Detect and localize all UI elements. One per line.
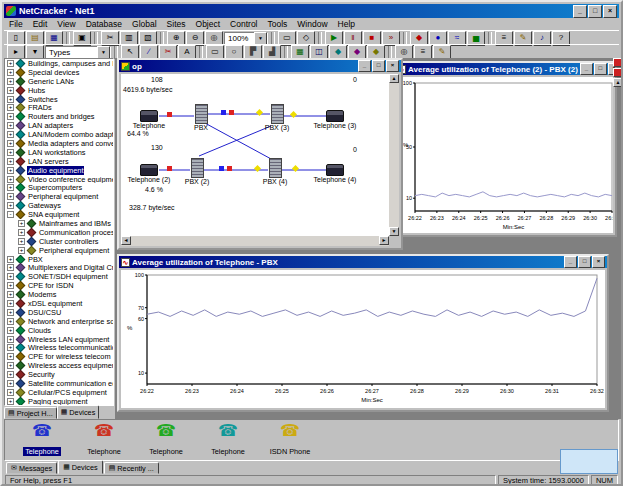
tree-item[interactable]: +Gateways xyxy=(5,201,113,210)
device-telephone-3[interactable]: Telephone (3) xyxy=(313,110,357,130)
menu-object[interactable]: Object xyxy=(191,19,226,29)
expand-icon[interactable]: + xyxy=(7,300,14,307)
tree-item[interactable]: +Buildings, campuses and LAN w xyxy=(5,59,113,68)
expand-icon[interactable]: + xyxy=(7,282,14,289)
tree-item[interactable]: -SNA equipment xyxy=(5,210,113,219)
menu-control[interactable]: Control xyxy=(225,19,262,29)
collapse-icon[interactable]: - xyxy=(7,211,14,218)
maximize-button[interactable]: □ xyxy=(372,60,385,72)
tree-item[interactable]: +Modems xyxy=(5,290,113,299)
minimize-button[interactable]: _ xyxy=(358,60,371,72)
tree-item[interactable]: +Mainframes and IBMs midr xyxy=(5,219,113,228)
expand-icon[interactable]: + xyxy=(7,176,14,183)
expand-icon[interactable]: + xyxy=(7,96,14,103)
device-pbx-2[interactable]: PBX (2) xyxy=(175,158,219,186)
tree-item[interactable]: +Audio equipment xyxy=(5,166,113,175)
bottom-tab-messages[interactable]: ✉Messages xyxy=(6,462,57,474)
tree-item[interactable]: +Media adapters and converter xyxy=(5,139,113,148)
minimize-button[interactable]: _ xyxy=(564,256,577,268)
zoom-dropdown[interactable]: 100%▼ xyxy=(224,32,268,45)
expand-icon[interactable]: + xyxy=(7,291,14,298)
expand-icon[interactable]: + xyxy=(7,104,14,111)
menu-window[interactable]: Window xyxy=(292,19,332,29)
expand-icon[interactable]: + xyxy=(18,247,25,254)
tree-item[interactable]: +Switches xyxy=(5,95,113,104)
bottom-tab-devices[interactable]: ▦Devices xyxy=(58,460,103,474)
minimize-button[interactable]: _ xyxy=(580,63,593,75)
chart-window-telephone2-pbx2[interactable]: ∿ Average utilization of Telephone (2) -… xyxy=(393,61,617,237)
tree-item[interactable]: +Video conference equipment xyxy=(5,175,113,184)
tree-item[interactable]: +CPE for wireless telecom xyxy=(5,352,113,361)
menu-file[interactable]: File xyxy=(4,19,28,29)
menu-database[interactable]: Database xyxy=(81,19,127,29)
expand-icon[interactable]: + xyxy=(7,140,14,147)
expand-icon[interactable]: + xyxy=(7,202,14,209)
tree-item[interactable]: +Special devices xyxy=(5,68,113,77)
expand-icon[interactable]: + xyxy=(7,309,14,316)
chevron-down-icon[interactable]: ▼ xyxy=(97,46,110,59)
expand-icon[interactable]: + xyxy=(7,264,14,271)
palette-item-telephone-1[interactable]: ☎Telephone xyxy=(79,422,129,458)
expand-icon[interactable]: + xyxy=(7,158,14,165)
expand-icon[interactable]: + xyxy=(7,371,14,378)
menu-sites[interactable]: Sites xyxy=(162,19,191,29)
tree-item[interactable]: +Supercomputers xyxy=(5,183,113,192)
tree-item[interactable]: +xDSL equipment xyxy=(5,299,113,308)
menu-view[interactable]: View xyxy=(52,19,80,29)
topology-canvas[interactable]: 108 4619.6 byte/sec 64.4 % 130 4.6 % 328… xyxy=(121,74,389,236)
tree-item[interactable]: +Communication processors xyxy=(5,228,113,237)
tree-item[interactable]: +Security xyxy=(5,370,113,379)
close-button[interactable]: × xyxy=(386,60,399,72)
menu-edit[interactable]: Edit xyxy=(28,19,53,29)
expand-icon[interactable]: + xyxy=(7,380,14,387)
minimize-button[interactable]: _ xyxy=(573,5,587,18)
device-telephone-2[interactable]: Telephone (2) xyxy=(127,164,171,184)
tree-item[interactable]: +Routers and bridges xyxy=(5,112,113,121)
expand-icon[interactable]: + xyxy=(7,336,14,343)
tree-item[interactable]: +Clouds xyxy=(5,326,113,335)
expand-icon[interactable]: + xyxy=(18,238,25,245)
expand-icon[interactable]: + xyxy=(7,184,14,191)
statistics-window-button-2[interactable] xyxy=(613,68,622,77)
palette-item-telephone-0[interactable]: ☎Telephone xyxy=(17,422,67,458)
expand-icon[interactable]: + xyxy=(7,131,14,138)
menu-global[interactable]: Global xyxy=(127,19,162,29)
tree-item[interactable]: +Network and enterprise softw xyxy=(5,317,113,326)
expand-icon[interactable]: + xyxy=(7,362,14,369)
tree-item[interactable]: +PBX xyxy=(5,255,113,264)
chevron-down-icon[interactable]: ▼ xyxy=(254,32,267,45)
tree-item[interactable]: +Peripheral equipment xyxy=(5,246,113,255)
expand-icon[interactable]: + xyxy=(7,327,14,334)
tree-item[interactable]: +Wireless access equipment xyxy=(5,361,113,370)
expand-icon[interactable]: + xyxy=(7,344,14,351)
tree-item[interactable]: +Wireless LAN equipment xyxy=(5,335,113,344)
tree-item[interactable]: +CPE for ISDN xyxy=(5,281,113,290)
expand-icon[interactable]: + xyxy=(7,256,14,263)
topology-title-bar[interactable]: op _ □ × xyxy=(119,60,401,72)
bottom-tab-recently[interactable]: ▤Recently ... xyxy=(104,462,159,474)
expand-icon[interactable]: + xyxy=(7,78,14,85)
palette-item-telephone-2[interactable]: ☎Telephone xyxy=(141,422,191,458)
tree-item[interactable]: +Multiplexers and Digital Cross- xyxy=(5,263,113,272)
tree-item[interactable]: +LAN adapters xyxy=(5,121,113,130)
expand-icon[interactable]: + xyxy=(7,167,14,174)
tree-item[interactable]: +SONET/SDH equipment xyxy=(5,272,113,281)
expand-icon[interactable]: + xyxy=(7,113,14,120)
device-telephone-4[interactable]: Telephone (4) xyxy=(313,164,357,184)
sidebar-tab-devices[interactable]: ▦Devices xyxy=(57,405,100,419)
expand-icon[interactable]: + xyxy=(7,318,14,325)
tree-item[interactable]: +Generic LANs xyxy=(5,77,113,86)
vertical-scrollbar[interactable]: ▲ ▼ xyxy=(389,74,399,236)
close-button[interactable]: × xyxy=(592,256,605,268)
close-button[interactable]: × xyxy=(603,5,617,18)
palette-item-isdn-phone-4[interactable]: ☎ISDN Phone xyxy=(265,422,315,458)
palette-item-telephone-3[interactable]: ☎Telephone xyxy=(203,422,253,458)
expand-icon[interactable]: + xyxy=(7,60,14,67)
tree-item[interactable]: +Wireless telecommunication eq xyxy=(5,344,113,353)
chart2-title-bar[interactable]: ∿ Average utilization of Telephone (2) -… xyxy=(395,63,615,75)
device-pbx-4[interactable]: PBX (4) xyxy=(253,158,297,186)
menu-tools[interactable]: Tools xyxy=(263,19,293,29)
expand-icon[interactable]: + xyxy=(7,273,14,280)
tree-item[interactable]: +FRADs xyxy=(5,103,113,112)
mdi-scroll-up-button[interactable]: ▲ xyxy=(613,78,623,87)
